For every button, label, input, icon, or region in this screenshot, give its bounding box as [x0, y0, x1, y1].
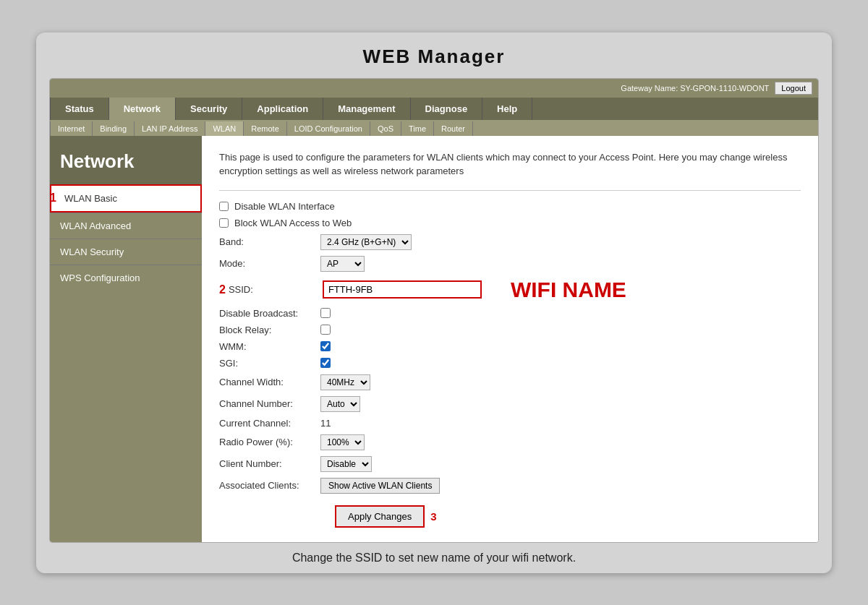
client-number-select[interactable]: Disable 124 81632: [320, 456, 372, 472]
main-nav: Status Network Security Application Mana…: [50, 98, 818, 120]
mode-row: Mode: AP Client: [219, 256, 801, 272]
wmm-row: WMM:: [219, 341, 801, 352]
ssid-input[interactable]: FTTH-9FB: [323, 280, 482, 299]
top-bar: Gateway Name: SY-GPON-1110-WDONT Logout: [50, 79, 818, 98]
nav-application[interactable]: Application: [242, 98, 323, 120]
nav-network[interactable]: Network: [109, 98, 176, 120]
disable-wlan-checkbox[interactable]: [219, 202, 229, 211]
nav-status[interactable]: Status: [50, 98, 109, 120]
sidebar-item-wlan-security[interactable]: WLAN Security: [50, 239, 202, 265]
wifi-name-annotation: WIFI NAME: [511, 278, 626, 302]
block-wlan-checkbox[interactable]: [219, 218, 229, 228]
page-title: WEB Manager: [49, 46, 819, 68]
subnav-time[interactable]: Time: [401, 121, 434, 136]
channel-number-select[interactable]: Auto 123 456 789 1011: [320, 396, 360, 412]
sgi-label: SGI:: [219, 358, 320, 369]
subnav-remote[interactable]: Remote: [244, 121, 287, 136]
block-wlan-row: Block WLAN Access to Web: [219, 218, 801, 228]
band-label: Band:: [219, 236, 320, 247]
band-select[interactable]: 2.4 GHz (B+G+N) 5 GHz: [320, 234, 412, 250]
disable-broadcast-checkbox[interactable]: [320, 308, 331, 318]
sgi-checkbox[interactable]: [320, 358, 331, 368]
channel-number-row: Channel Number: Auto 123 456 789 1011: [219, 396, 801, 412]
channel-number-label: Channel Number:: [219, 398, 320, 409]
web-manager-box: Gateway Name: SY-GPON-1110-WDONT Logout …: [49, 78, 819, 543]
nav-security[interactable]: Security: [176, 98, 242, 120]
current-channel-value: 11: [320, 418, 331, 429]
client-number-label: Client Number:: [219, 458, 320, 469]
ssid-row: 2 SSID: FTTH-9FB WIFI NAME: [219, 278, 801, 302]
disable-wlan-label: Disable WLAN Interface: [234, 201, 335, 212]
sidebar-item-wlan-basic[interactable]: WLAN Basic: [50, 184, 202, 213]
nav-diagnose[interactable]: Diagnose: [411, 98, 483, 120]
subnav-qos[interactable]: QoS: [370, 121, 401, 136]
subnav-router[interactable]: Router: [434, 121, 473, 136]
ssid-label: SSID:: [229, 284, 323, 295]
block-relay-label: Block Relay:: [219, 325, 320, 335]
block-relay-row: Block Relay:: [219, 325, 801, 335]
sidebar-item-wps-config[interactable]: WPS Configuration: [50, 265, 202, 291]
channel-width-row: Channel Width: 20MHz 40MHz: [219, 374, 801, 390]
current-channel-row: Current Channel: 11: [219, 418, 801, 429]
subnav-lan-ip[interactable]: LAN IP Address: [135, 121, 205, 136]
sub-nav: Internet Binding LAN IP Address WLAN Rem…: [50, 120, 818, 136]
radio-power-row: Radio Power (%): 100% 75% 50% 25%: [219, 434, 801, 450]
channel-width-label: Channel Width:: [219, 377, 320, 387]
sidebar: Network 1 WLAN Basic WLAN Advanced WLAN …: [50, 136, 202, 542]
mode-select[interactable]: AP Client: [320, 256, 365, 272]
disable-broadcast-row: Disable Broadcast:: [219, 308, 801, 319]
main-content: This page is used to configure the param…: [202, 136, 818, 542]
gateway-name: Gateway Name: SY-GPON-1110-WDONT: [621, 84, 769, 93]
description-text: This page is used to configure the param…: [219, 150, 801, 179]
bottom-caption: Change the SSID to set new name of your …: [49, 552, 819, 565]
channel-width-select[interactable]: 20MHz 40MHz: [320, 374, 370, 390]
sidebar-item-wlan-advanced[interactable]: WLAN Advanced: [50, 213, 202, 239]
apply-changes-button[interactable]: Apply Changes: [335, 505, 425, 528]
annotation-1: 1: [50, 192, 56, 205]
band-row: Band: 2.4 GHz (B+G+N) 5 GHz: [219, 234, 801, 250]
associated-clients-label: Associated Clients:: [219, 480, 320, 491]
disable-wlan-row: Disable WLAN Interface: [219, 201, 801, 212]
annotation-3: 3: [430, 510, 436, 523]
apply-row: Apply Changes 3: [219, 505, 801, 528]
subnav-binding[interactable]: Binding: [93, 121, 135, 136]
nav-help[interactable]: Help: [482, 98, 532, 120]
outer-container: WEB Manager Gateway Name: SY-GPON-1110-W…: [36, 33, 832, 573]
client-number-row: Client Number: Disable 124 81632: [219, 456, 801, 472]
content-area: Network 1 WLAN Basic WLAN Advanced WLAN …: [50, 136, 818, 542]
sidebar-title: Network: [50, 136, 202, 184]
mode-label: Mode:: [219, 258, 320, 269]
subnav-loid[interactable]: LOID Configuration: [287, 121, 370, 136]
annotation-2: 2: [219, 283, 226, 296]
disable-broadcast-label: Disable Broadcast:: [219, 308, 320, 319]
radio-power-label: Radio Power (%):: [219, 437, 320, 447]
block-relay-checkbox[interactable]: [320, 325, 331, 335]
divider: [219, 190, 801, 191]
nav-management[interactable]: Management: [323, 98, 410, 120]
associated-clients-row: Associated Clients: Show Active WLAN Cli…: [219, 478, 801, 494]
subnav-wlan[interactable]: WLAN: [205, 121, 244, 136]
sgi-row: SGI:: [219, 358, 801, 369]
logout-button[interactable]: Logout: [775, 82, 812, 95]
wmm-checkbox[interactable]: [320, 341, 331, 351]
subnav-internet[interactable]: Internet: [50, 121, 93, 136]
show-active-wlan-button[interactable]: Show Active WLAN Clients: [320, 478, 440, 494]
radio-power-select[interactable]: 100% 75% 50% 25%: [320, 434, 365, 450]
block-wlan-label: Block WLAN Access to Web: [234, 218, 352, 228]
current-channel-label: Current Channel:: [219, 418, 320, 429]
wmm-label: WMM:: [219, 341, 320, 352]
